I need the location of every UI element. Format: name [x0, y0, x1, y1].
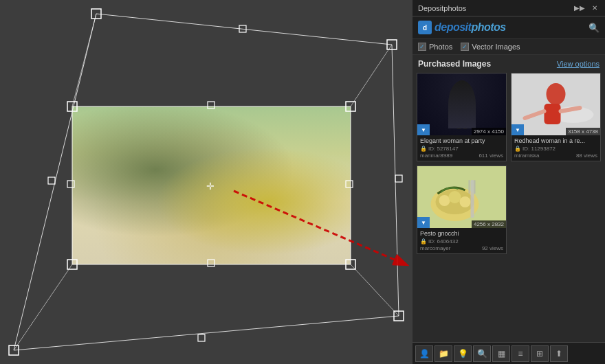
photos-label: Photos: [429, 43, 452, 51]
redhead-silhouette: [512, 73, 600, 135]
svg-rect-45: [469, 180, 470, 194]
close-icon[interactable]: ✕: [590, 4, 600, 12]
img-meta-2: 🔒 ID: 11293872: [514, 146, 597, 152]
svg-line-3: [351, 45, 392, 106]
vectors-label: Vector Images: [472, 43, 520, 51]
svg-line-4: [351, 264, 399, 316]
pesto-thumb: [417, 166, 506, 228]
id-icon-3: 🔒: [420, 238, 427, 244]
svg-rect-26: [455, 93, 469, 117]
dp-logo-text: depositphotos: [434, 21, 506, 34]
card-info-2: Redhead woman in a re... 🔒 ID: 11293872 …: [512, 135, 600, 161]
filter-bar: ✓ Photos ✓ Vector Images: [412, 39, 605, 55]
lightbulb-icon-btn[interactable]: 💡: [454, 345, 472, 362]
right-panel: Depositphotos ▶▶ ✕ d depositphotos 🔍 ✓ P…: [412, 0, 605, 364]
main-image: [72, 106, 351, 264]
size-badge-2: 3158 x 4738: [566, 128, 600, 135]
vectors-filter[interactable]: ✓ Vector Images: [461, 43, 520, 51]
img-title-1: Elegant woman at party: [420, 137, 503, 144]
photos-filter[interactable]: ✓ Photos: [418, 43, 452, 51]
image-dropdown-3[interactable]: ▼: [417, 217, 430, 228]
panel-title: Depositphotos: [418, 4, 466, 12]
dp-logo: d depositphotos: [418, 21, 506, 34]
columns-icon-btn[interactable]: ⊞: [531, 345, 549, 362]
img-author-3: marcomayer: [420, 245, 450, 251]
thumb-2: ▼ 3158 x 4738: [512, 73, 600, 135]
img-author-views-3: marcomayer 92 views: [420, 245, 503, 251]
svg-line-5: [14, 264, 72, 350]
svg-rect-34: [544, 104, 561, 124]
folder-icon-btn[interactable]: 📁: [434, 345, 452, 362]
vectors-checkbox[interactable]: ✓: [461, 43, 469, 51]
image-grid: ▼ 2974 x 4150 Elegant woman at party 🔒 I…: [412, 73, 605, 342]
image-card-2[interactable]: ▼ 3158 x 4738 Redhead woman in a re... 🔒…: [511, 73, 601, 161]
panel-controls: ▶▶ ✕: [572, 4, 600, 12]
image-dropdown-1[interactable]: ▼: [417, 124, 430, 135]
logo-area: d depositphotos 🔍: [412, 16, 605, 39]
export-icon-btn[interactable]: ⬆: [550, 345, 568, 362]
search-icon-btn[interactable]: 🔍: [473, 345, 491, 362]
svg-rect-29: [456, 117, 461, 129]
size-badge-3: 4256 x 2832: [472, 220, 506, 228]
redhead-thumb: [512, 73, 600, 135]
img-meta-3: 🔒 ID: 6406432: [420, 238, 503, 244]
image-card-1[interactable]: ▼ 2974 x 4150 Elegant woman at party 🔒 I…: [417, 73, 507, 161]
svg-rect-11: [395, 175, 402, 182]
img-title-2: Redhead woman in a re...: [514, 137, 597, 144]
pesto-image: [417, 166, 506, 228]
section-header: Purchased Images View options: [412, 55, 605, 73]
svg-point-41: [449, 191, 461, 203]
svg-point-40: [439, 195, 450, 206]
img-title-3: Pesto gnocchi: [420, 230, 503, 237]
svg-rect-28: [467, 93, 472, 111]
dp-logo-icon: d: [418, 21, 432, 34]
svg-point-32: [547, 83, 566, 105]
image-row-1: ▼ 2974 x 4150 Elegant woman at party 🔒 I…: [417, 73, 601, 161]
main-image-container: [72, 106, 351, 264]
thumb-3: ▼ 4256 x 2832: [417, 166, 506, 228]
img-id-2: ID: 11293872: [522, 146, 556, 152]
id-icon-2: 🔒: [514, 146, 521, 152]
img-author-views-1: marimar8989 611 views: [420, 152, 503, 159]
canvas-area: ✛: [0, 0, 412, 364]
card-info-1: Elegant woman at party 🔒 ID: 5278147 mar…: [417, 135, 506, 161]
svg-line-2: [72, 14, 96, 106]
img-views-2: 88 views: [576, 152, 597, 159]
image-card-3[interactable]: ▼ 4256 x 2832 Pesto gnocchi 🔒 ID: 640643…: [417, 166, 507, 254]
img-author-1: marimar8989: [420, 152, 452, 159]
img-id-3: ID: 6406432: [428, 238, 459, 244]
search-icon[interactable]: 🔍: [588, 23, 600, 33]
svg-rect-12: [198, 334, 205, 341]
svg-rect-43: [471, 180, 474, 218]
woman-silhouette: [441, 77, 483, 132]
img-id-1: ID: 5278147: [428, 146, 459, 152]
food-image: [72, 106, 351, 264]
list-icon-btn[interactable]: ≡: [512, 345, 529, 362]
id-icon-1: 🔒: [420, 146, 427, 152]
svg-rect-30: [463, 117, 468, 129]
section-title: Purchased Images: [418, 59, 491, 69]
svg-rect-6: [91, 9, 101, 19]
photos-checkbox[interactable]: ✓: [418, 43, 426, 51]
svg-rect-44: [474, 180, 476, 194]
img-author-views-2: miramiska 88 views: [514, 152, 597, 159]
image-dropdown-2[interactable]: ▼: [512, 124, 524, 135]
view-options-link[interactable]: View options: [557, 60, 600, 68]
img-views-1: 611 views: [478, 152, 503, 159]
svg-point-25: [456, 80, 468, 94]
bottom-toolbar: 👤 📁 💡 🔍 ▦ ≡ ⊞ ⬆: [412, 342, 605, 364]
woman-thumb: [417, 73, 506, 135]
svg-rect-8: [394, 311, 404, 321]
img-views-3: 92 views: [482, 245, 503, 251]
svg-rect-27: [452, 93, 457, 111]
expand-icon[interactable]: ▶▶: [572, 4, 587, 12]
image-row-2: ▼ 4256 x 2832 Pesto gnocchi 🔒 ID: 640643…: [417, 166, 601, 254]
person-icon-btn[interactable]: 👤: [415, 345, 433, 362]
grid-icon-btn[interactable]: ▦: [492, 345, 510, 362]
img-meta-1: 🔒 ID: 5278147: [420, 146, 503, 152]
svg-rect-7: [387, 40, 397, 49]
svg-rect-13: [48, 177, 55, 184]
thumb-1: ▼ 2974 x 4150: [417, 73, 506, 135]
img-author-2: miramiska: [514, 152, 539, 159]
card-info-3: Pesto gnocchi 🔒 ID: 6406432 marcomayer 9…: [417, 228, 506, 253]
